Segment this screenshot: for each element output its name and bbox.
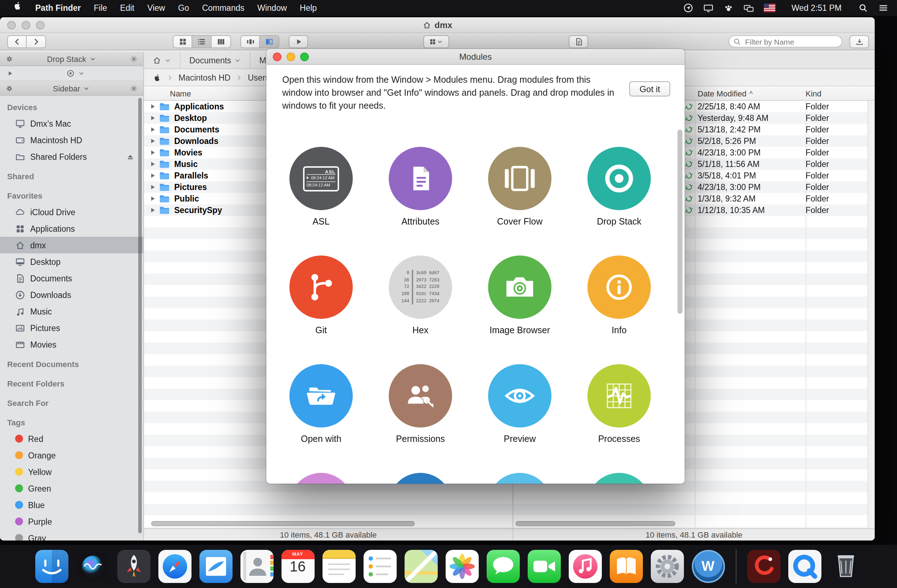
disclosure-triangle-icon[interactable]	[151, 185, 155, 189]
cover-flow-button[interactable]	[240, 35, 260, 48]
menu-view[interactable]: View	[141, 0, 171, 16]
menu-commands[interactable]: Commands	[196, 0, 251, 16]
dock-adobe-acrobat-icon[interactable]	[747, 550, 780, 583]
sidebar-tag-yellow[interactable]: Yellow	[0, 463, 143, 480]
sidebar-section-recent-folders[interactable]: Recent Folders	[0, 375, 143, 391]
sidebar-item-documents[interactable]: Documents	[0, 270, 143, 286]
play-icon[interactable]	[6, 70, 14, 77]
dock-system-preferences-icon[interactable]	[651, 550, 684, 583]
dock-maps-icon[interactable]	[404, 550, 437, 583]
zoom-window-button[interactable]	[36, 21, 44, 29]
tab-documents[interactable]: Documents	[181, 52, 251, 69]
dock-safari-icon[interactable]	[158, 550, 191, 583]
module-git[interactable]: Git	[271, 256, 371, 365]
menu-go[interactable]: Go	[172, 0, 196, 16]
sidebar-tag-red[interactable]: Red	[0, 431, 143, 447]
sidebar-item-shared-folders[interactable]: Shared Folders	[0, 148, 143, 165]
disclosure-triangle-icon[interactable]	[151, 208, 155, 212]
module-cover-flow[interactable]: Cover Flow	[470, 147, 569, 256]
dock-quicktime-icon[interactable]	[788, 550, 821, 583]
disclosure-triangle-icon[interactable]	[151, 104, 155, 109]
sidebar-tag-green[interactable]: Green	[0, 480, 143, 496]
drop-stack-row[interactable]	[0, 66, 143, 81]
sidebar-section-recent-documents[interactable]: Recent Documents	[0, 356, 143, 372]
sidebar-item-dmxs-mac[interactable]: Dmx’s Mac	[0, 115, 143, 132]
sidebar-scrollbar[interactable]	[138, 98, 142, 533]
tab-home[interactable]	[144, 52, 181, 69]
location-menu-icon[interactable]	[683, 3, 693, 13]
module-asl[interactable]: ASL 08:24:12 AM 08:24:12 AM ASL	[271, 147, 371, 256]
close-window-button[interactable]	[7, 21, 16, 29]
dialog-title-bar[interactable]: Modules	[266, 49, 685, 65]
window-title-bar[interactable]: dmx	[0, 17, 875, 33]
disclosure-triangle-icon[interactable]	[151, 139, 155, 143]
dock-trash-icon[interactable]	[829, 550, 862, 583]
dock-w-app-icon[interactable]: W	[692, 550, 725, 583]
icon-view-button[interactable]	[173, 35, 192, 48]
minimize-window-button[interactable]	[21, 21, 30, 29]
download-button[interactable]	[850, 35, 869, 48]
module-hex[interactable]: 0 36 72 108 144 3c69 6d67 2073 7263 3d22…	[371, 256, 470, 365]
sidebar-item-music[interactable]: Music	[0, 303, 143, 319]
sidebar-panel-header[interactable]: Sidebar	[0, 81, 143, 96]
dock-photos-icon[interactable]	[445, 550, 478, 583]
sidebar-item-macintosh-hd[interactable]: Macintosh HD	[0, 132, 143, 148]
module-processes[interactable]: Processes	[569, 365, 669, 473]
dock-reminders-icon[interactable]	[363, 550, 396, 583]
dock-calendar-icon[interactable]: MAY 16	[281, 550, 314, 583]
spotlight-search-icon[interactable]	[858, 3, 868, 13]
breadcrumb-macintosh-hd[interactable]: Macintosh HD	[179, 73, 230, 82]
dock-contacts-icon[interactable]	[240, 550, 273, 583]
menu-help[interactable]: Help	[293, 0, 323, 16]
dock-launchpad-icon[interactable]	[117, 550, 150, 583]
column-header-date-modified[interactable]: Date Modified^	[698, 89, 805, 98]
sidebar-item-pictures[interactable]: Pictures	[0, 319, 143, 336]
menu-window[interactable]: Window	[251, 0, 293, 16]
sidebar-section-search-for[interactable]: Search For	[0, 394, 143, 411]
sidebar-item-dmx[interactable]: dmx	[0, 237, 143, 254]
horizontal-scrollbar[interactable]	[516, 521, 675, 526]
sidebar-item-movies[interactable]: Movies	[0, 336, 143, 353]
dock-notes-icon[interactable]	[322, 550, 355, 583]
close-icon[interactable]	[130, 54, 138, 63]
disclosure-triangle-icon[interactable]	[151, 150, 155, 155]
dock-itunes-icon[interactable]	[568, 550, 602, 583]
displays-menu-icon[interactable]	[743, 3, 753, 13]
arrange-menu-button[interactable]	[423, 35, 449, 48]
zoom-dialog-button[interactable]	[300, 52, 309, 61]
module-open-with[interactable]: Open with	[271, 365, 371, 473]
sidebar-item-icloud-drive[interactable]: iCloud Drive	[0, 204, 143, 220]
sidebar-tag-blue[interactable]: Blue	[0, 496, 143, 513]
dock-finder-icon[interactable]	[35, 550, 68, 583]
dock-mail-icon[interactable]	[199, 550, 232, 583]
module-preview[interactable]: Preview	[470, 365, 569, 473]
close-icon[interactable]	[130, 84, 138, 93]
sidebar-tag-orange[interactable]: Orange	[0, 447, 143, 463]
module-drop-stack[interactable]: Drop Stack	[569, 147, 669, 256]
menu-clock[interactable]: Wed 2:51 PM	[785, 0, 848, 16]
eject-icon[interactable]	[126, 152, 135, 161]
menu-file[interactable]: File	[87, 0, 114, 16]
apple-menu[interactable]	[6, 0, 29, 16]
drop-stack-header[interactable]: Drop Stack	[0, 52, 143, 66]
sidebar-tag-gray[interactable]: Gray	[0, 530, 143, 541]
module-permissions[interactable]: Permissions	[371, 365, 470, 473]
column-view-button[interactable]	[212, 35, 231, 48]
disclosure-triangle-icon[interactable]	[151, 197, 155, 201]
list-view-button[interactable]	[192, 35, 212, 48]
module-partial-4[interactable]	[569, 473, 669, 484]
back-button[interactable]	[7, 35, 27, 48]
clipboard-button[interactable]	[569, 35, 588, 48]
module-partial-3[interactable]	[470, 473, 569, 484]
sidebar-item-applications[interactable]: Applications	[0, 220, 143, 237]
dock-siri-icon[interactable]	[76, 550, 109, 583]
module-info[interactable]: Info	[569, 256, 669, 365]
dual-pane-button[interactable]	[260, 35, 279, 48]
input-source-flag-icon[interactable]	[764, 4, 775, 12]
app-menu-title[interactable]: Path Finder	[29, 0, 87, 16]
dock-messages-icon[interactable]	[486, 550, 519, 583]
disclosure-triangle-icon[interactable]	[151, 116, 155, 120]
vertical-scrollbar[interactable]	[868, 101, 875, 528]
gear-icon[interactable]	[5, 84, 14, 93]
display-menu-icon[interactable]	[703, 3, 713, 13]
